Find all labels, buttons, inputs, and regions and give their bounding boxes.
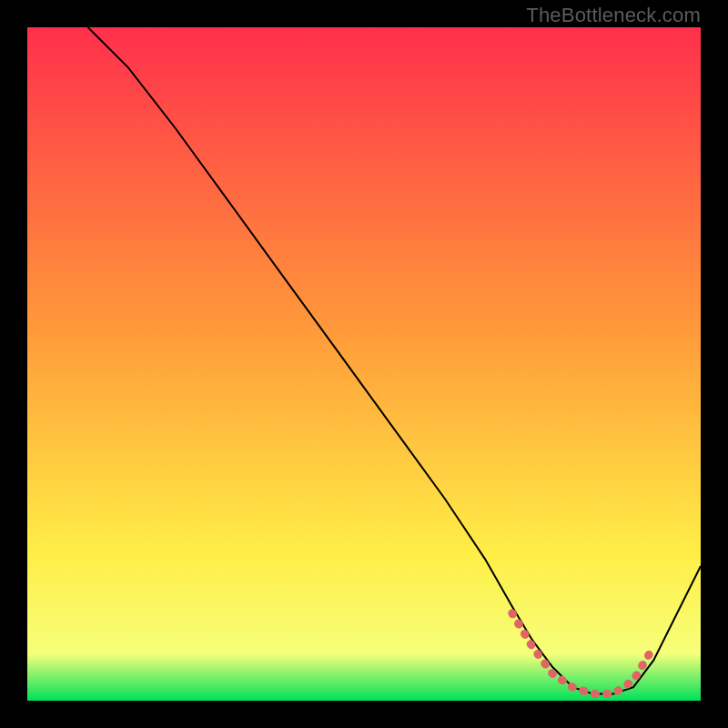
- chart-frame: [27, 27, 701, 701]
- chart-canvas: [27, 27, 701, 701]
- watermark-text: TheBottleneck.com: [526, 4, 701, 27]
- plot-background: [27, 27, 701, 701]
